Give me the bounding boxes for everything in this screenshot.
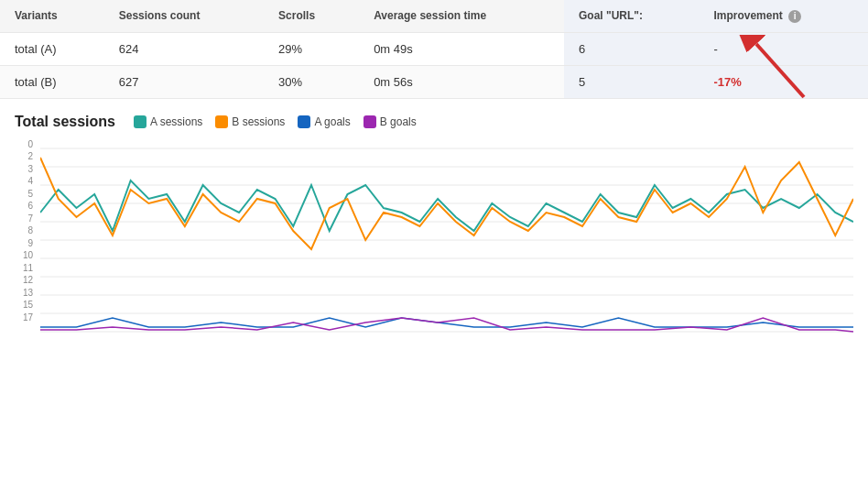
y-label-15: 15: [15, 300, 37, 310]
y-label-12: 12: [15, 275, 37, 285]
svg-line-1: [756, 44, 804, 97]
chart-title: Total sessions: [15, 114, 115, 130]
y-label-2: 2: [15, 151, 37, 161]
y-label-7: 7: [15, 213, 37, 224]
chart-header: Total sessions A sessions B sessions A g…: [15, 114, 853, 130]
y-label-4: 4: [15, 176, 37, 186]
variant-b-name: total (B): [0, 65, 104, 98]
col-header-scrolls: Scrolls: [264, 0, 359, 32]
legend-a-goals-label: A goals: [314, 115, 350, 128]
variant-a-sessions: 624: [104, 32, 264, 65]
improvement-info-icon[interactable]: i: [788, 10, 801, 23]
variant-a-goal: 6: [564, 32, 699, 65]
y-label-11: 11: [15, 263, 37, 273]
y-label-8: 8: [15, 225, 37, 235]
chart-inner: [40, 139, 853, 341]
legend-b-sessions[interactable]: B sessions: [215, 115, 285, 128]
y-label-13: 13: [15, 288, 37, 298]
variant-a-avg-time: 0m 49s: [359, 32, 564, 65]
col-header-variants: Variants: [0, 0, 104, 32]
legend-b-sessions-label: B sessions: [232, 115, 285, 128]
y-label-9: 9: [15, 238, 37, 248]
variant-b-avg-time: 0m 56s: [359, 65, 564, 98]
legend-a-goals[interactable]: A goals: [298, 115, 350, 128]
y-label-5: 5: [15, 189, 37, 199]
b-goals-line: [40, 318, 853, 332]
a-goals-line: [40, 318, 853, 327]
y-axis: 17 15 13 12 11 10 9 8 7 6 5 4 3 2 0: [15, 139, 37, 323]
variant-b-sessions: 627: [104, 65, 264, 98]
y-label-10: 10: [15, 250, 37, 260]
col-header-sessions: Sessions count: [104, 0, 264, 32]
y-label-6: 6: [15, 201, 37, 211]
legend-a-goals-icon: [298, 115, 310, 128]
chart-wrap: 17 15 13 12 11 10 9 8 7 6 5 4 3 2 0: [15, 139, 853, 341]
col-header-avg-session: Average session time: [359, 0, 564, 32]
y-label-17: 17: [15, 312, 37, 323]
line-chart: [40, 139, 853, 341]
a-sessions-line: [40, 180, 853, 231]
variant-b-goal: 5: [564, 65, 699, 98]
col-header-improvement: Improvement i: [699, 0, 868, 32]
legend-b-goals[interactable]: B goals: [363, 115, 417, 128]
legend-b-sessions-icon: [215, 115, 228, 128]
red-arrow-icon: [738, 35, 811, 99]
legend-a-sessions-label: A sessions: [150, 115, 202, 128]
y-label-0: 0: [15, 139, 37, 149]
legend-b-goals-icon: [363, 115, 376, 128]
col-header-goal-url: Goal "URL":: [564, 0, 699, 32]
variant-a-scrolls: 29%: [264, 32, 359, 65]
legend-a-sessions-icon: [134, 115, 146, 128]
chart-section: Total sessions A sessions B sessions A g…: [0, 99, 868, 341]
y-label-3: 3: [15, 164, 37, 174]
legend-a-sessions[interactable]: A sessions: [134, 115, 202, 128]
chart-legend: A sessions B sessions A goals B goals: [134, 115, 417, 128]
legend-b-goals-label: B goals: [380, 115, 417, 128]
variant-b-scrolls: 30%: [264, 65, 359, 98]
variant-a-name: total (A): [0, 32, 104, 65]
